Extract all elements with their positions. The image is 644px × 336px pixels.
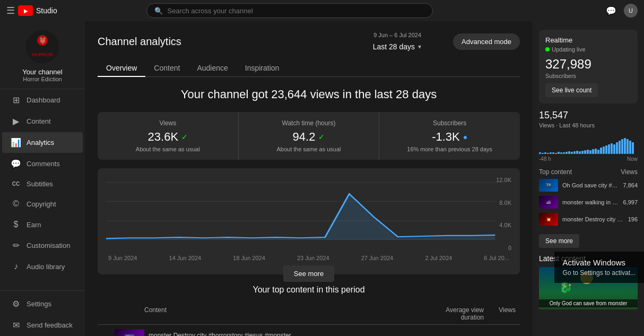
mini-bar-item xyxy=(629,141,631,154)
svg-text:🐉: 🐉 xyxy=(559,281,572,294)
metric-subs-label: Subscribers xyxy=(390,119,509,127)
sidebar-bottom: ⚙ Settings ✉ Send feedback xyxy=(0,290,85,336)
tab-overview[interactable]: Overview xyxy=(98,59,145,76)
chat-icon[interactable]: 💬 xyxy=(606,6,616,16)
metric-subs-check: ● xyxy=(463,133,467,141)
metric-subs-value: -1.3K ● xyxy=(390,130,509,144)
dashboard-icon: ⊞ xyxy=(11,95,21,105)
top-content-list: 🌃 Oh God save city #horror... 7,864 🏙 mo… xyxy=(539,179,638,226)
mini-bar-item xyxy=(581,151,584,154)
date-range-text: 9 Jun – 6 Jul 2024 xyxy=(373,32,421,38)
main-content: Channel analytics 9 Jun – 6 Jul 2024 Las… xyxy=(85,0,533,336)
hamburger-icon[interactable]: ☰ xyxy=(6,5,15,16)
mini-bar-item xyxy=(600,148,602,154)
sidebar-item-subtitles[interactable]: CC Subtitles xyxy=(2,175,83,193)
sidebar-item-earn[interactable]: $ Earn xyxy=(2,214,83,235)
mini-bar-item xyxy=(547,153,549,154)
realtime-box: Realtime Updating live 327,989 Subscribe… xyxy=(539,30,638,104)
sidebar-nav: ⊞ Dashboard ▶ Content 📊 Analytics 💬 Comm… xyxy=(0,89,85,277)
metric-views-label: Views xyxy=(108,119,228,127)
see-more-button[interactable]: See more xyxy=(283,265,334,282)
table-header: Content Average view duration Views xyxy=(98,303,520,325)
chart-x-labels: 9 Jun 2024 14 Jun 2024 18 Jun 2024 23 Ju… xyxy=(106,255,511,261)
mini-bar-item xyxy=(616,142,618,154)
search-icon: 🔍 xyxy=(154,7,163,15)
latest-content-title: Latest content xyxy=(539,254,638,263)
list-item: 🏙 monster walking in city #... 6,997 xyxy=(539,196,638,209)
mini-bar-item xyxy=(603,147,605,154)
topbar: ☰ Studio 🔍 💬 U xyxy=(0,0,644,21)
sidebar-item-audio-library[interactable]: ♪ Audio library xyxy=(2,256,83,277)
mini-bar-item xyxy=(613,144,615,154)
date-range[interactable]: 9 Jun – 6 Jul 2024 Last 28 days ▾ xyxy=(373,32,421,51)
metric-subs-note: 16% more than previous 28 days xyxy=(390,146,509,152)
see-live-count-button[interactable]: See live count xyxy=(545,83,598,97)
sidebar-item-customisation[interactable]: ✏ Customisation xyxy=(2,235,83,256)
channel-avatar: 👹 HORROR xyxy=(25,30,59,64)
mini-bar-item xyxy=(595,149,597,154)
audio-icon: ♪ xyxy=(11,262,21,271)
tc-title-2: monster walking in city #... xyxy=(562,199,619,205)
chart-y-labels: 12.0K 8.0K 4.0K 0 xyxy=(496,177,511,251)
tc-views-2: 6,997 xyxy=(623,199,638,205)
comments-icon: 💬 xyxy=(11,159,21,169)
mini-bar-item xyxy=(626,139,629,154)
col-duration-label: Average view duration xyxy=(431,306,484,321)
avatar[interactable]: U xyxy=(624,4,638,18)
content-section-title: Your top content in this period xyxy=(98,285,520,295)
sidebar-item-settings[interactable]: ⚙ Settings xyxy=(2,294,83,314)
sidebar-item-dashboard[interactable]: ⊞ Dashboard xyxy=(2,90,83,110)
sidebar-item-label: Customisation xyxy=(27,242,70,249)
customisation-icon: ✏ xyxy=(11,240,21,251)
mini-bar-labels: -48 h Now xyxy=(539,156,638,162)
sidebar-item-copyright[interactable]: © Copyright xyxy=(2,194,83,214)
svg-text:HORROR: HORROR xyxy=(32,52,53,57)
sidebar-item-label: Dashboard xyxy=(27,96,60,104)
mini-bar-item xyxy=(611,143,613,154)
sidebar-item-label: Analytics xyxy=(27,139,54,147)
headline: Your channel got 23,644 views in the las… xyxy=(98,88,520,101)
search-bar[interactable]: 🔍 xyxy=(146,3,433,18)
svg-text:👹: 👹 xyxy=(39,36,47,44)
mini-bar-item xyxy=(587,150,589,154)
mini-bar-item xyxy=(632,142,634,154)
sidebar-item-label: Copyright xyxy=(27,200,56,208)
mini-bar-item xyxy=(558,152,560,154)
row-thumbnail: 🌆 xyxy=(115,329,144,336)
mini-bar-item xyxy=(584,150,586,154)
mini-bar-item xyxy=(544,152,546,154)
col-content-label: Content xyxy=(144,306,431,321)
sidebar-item-comments[interactable]: 💬 Comments xyxy=(2,153,83,174)
sidebar-item-content[interactable]: ▶ Content xyxy=(2,111,83,132)
metric-views-value: 23.6K ✓ xyxy=(108,130,228,144)
tab-audience[interactable]: Audience xyxy=(188,59,236,76)
copyright-icon: © xyxy=(11,199,21,209)
latest-content-label: Only God can save from monster xyxy=(539,299,638,307)
feedback-icon: ✉ xyxy=(11,320,21,330)
mini-bar-item xyxy=(589,150,591,154)
content-section: Your top content in this period Content … xyxy=(98,285,520,336)
sidebar-item-label: Subtitles xyxy=(27,180,53,188)
mini-bar-item xyxy=(560,152,562,154)
logo[interactable]: ☰ Studio xyxy=(6,5,57,16)
sidebar-item-analytics[interactable]: 📊 Analytics xyxy=(2,132,83,153)
views-header-label: Views xyxy=(621,168,638,176)
search-input[interactable] xyxy=(167,7,425,15)
mini-bar-item xyxy=(605,145,607,154)
mini-bar-item xyxy=(624,138,626,154)
latest-content-thumbnail: 🐉 Only God can save from monster xyxy=(539,267,638,309)
topbar-right: 💬 U xyxy=(606,4,638,18)
sidebar-item-send-feedback[interactable]: ✉ Send feedback xyxy=(2,315,83,335)
channel-subtitle: Horror Ediction xyxy=(23,76,62,82)
top-content-see-more-button[interactable]: See more xyxy=(539,234,579,248)
subscribers-label: Subscribers xyxy=(545,73,631,79)
advanced-mode-button[interactable]: Advanced mode xyxy=(453,33,520,50)
content-icon: ▶ xyxy=(11,116,21,126)
views-48h-section: 15,547 Views · Last 48 hours -48 h Now xyxy=(539,110,638,162)
mini-bar-item xyxy=(542,153,544,154)
right-panel: Realtime Updating live 327,989 Subscribe… xyxy=(533,0,644,336)
metric-watchtime-label: Watch time (hours) xyxy=(249,119,369,127)
mini-bar-item xyxy=(568,151,570,154)
tab-content[interactable]: Content xyxy=(145,59,188,76)
tab-inspiration[interactable]: Inspiration xyxy=(237,59,288,76)
